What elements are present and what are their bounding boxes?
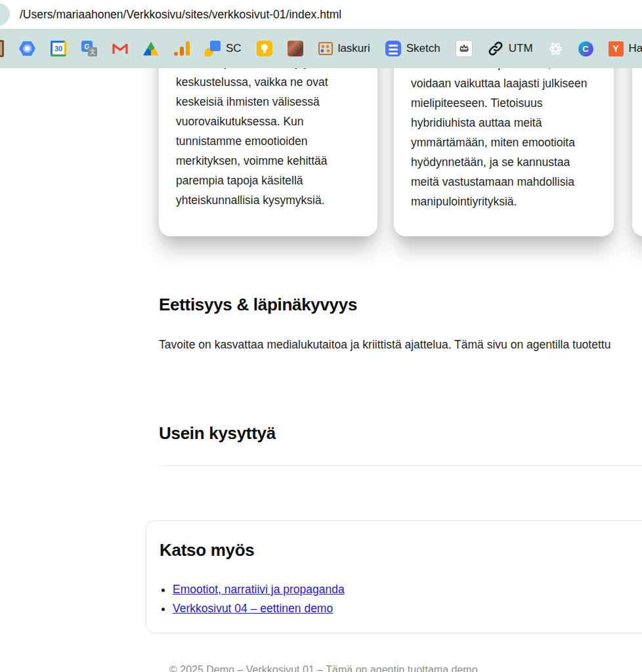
card-text-line: meitä vastustamaan mahdollisia (411, 172, 597, 192)
card-text-line: hybridiuhista auttaa meitä (411, 113, 597, 133)
chain-link-icon (488, 41, 503, 56)
card-text-line: manipulointiyrityksiä. (411, 192, 597, 211)
title-bar: /Users/mariaahonen/Verkkosivu/sites/verk… (0, 0, 642, 29)
gmail-icon (112, 43, 128, 54)
bookmark-item-google-cloud[interactable] (19, 41, 35, 56)
see-also-item: Emootiot, narratiivi ja propaganda (173, 580, 345, 599)
abacus-icon (318, 42, 333, 55)
bookmark-item-picture-frame[interactable] (0, 40, 4, 57)
bookmark-item-Sketch[interactable]: Sketch (385, 41, 440, 56)
card-text-line: parempia tapoja käsitellä (176, 171, 360, 190)
canva-icon: C (578, 41, 593, 56)
google-cloud-icon (19, 41, 35, 56)
bookmark-item-Ha[interactable]: YHa (609, 41, 642, 56)
card-text-line: hyödynnetään, ja se kannustaa (411, 152, 597, 172)
notes-icon (385, 41, 401, 56)
card-text-line: keskustelussa, vaikka ne ovat (176, 72, 360, 92)
bookmark-item-canva[interactable]: C (578, 41, 593, 56)
google-keep-icon (257, 41, 272, 56)
faq-heading: Usein kysyttyä (159, 423, 276, 444)
search-console-icon (205, 41, 221, 56)
faq-divider (159, 465, 642, 466)
card-text-line: ymmärtämään, miten emootioita (411, 133, 597, 152)
bookmark-item-photo-favicon[interactable] (288, 41, 303, 56)
see-also-card: Katso myös Emootiot, narratiivi ja propa… (146, 520, 642, 633)
bookmark-item-gmail[interactable] (112, 43, 128, 54)
tab-circle[interactable] (0, 3, 10, 26)
bookmark-item-SC[interactable]: SC (205, 41, 242, 56)
see-also-heading: Katso myös (160, 540, 254, 560)
ethics-heading: Eettisyys & läpinäkyvyys (159, 295, 357, 315)
bookmark-item-google-drive[interactable] (143, 42, 159, 56)
bookmark-item-openai[interactable] (548, 41, 563, 56)
photo-favicon-icon (288, 41, 303, 56)
google-analytics-icon (174, 41, 190, 56)
bookmark-label: laskuri (338, 42, 370, 55)
see-also-list: Emootiot, narratiivi ja propagandaVerkko… (173, 580, 345, 618)
browser-chrome: /Users/mariaahonen/Verkkosivu/sites/verk… (0, 0, 642, 68)
bookmark-item-google-translate[interactable]: G文 (81, 41, 97, 56)
bookmark-label: SC (226, 42, 242, 55)
card-text-line: merkityksen, voimme kehittää (176, 151, 360, 171)
google-calendar-icon: 30 (51, 41, 66, 56)
card-text-line: vuorovaikutuksessa. Kun (176, 112, 360, 131)
card-text-line: yhteiskunnallisia kysymyksiä. (176, 190, 360, 210)
browser-window: Emootiot jäävät usein syrjäänkeskustelus… (0, 0, 642, 672)
see-also-link[interactable]: Verkkosivut 04 – eettinen demo (173, 602, 333, 615)
card-text-line: mielipiteeseen. Tietoisuus (411, 93, 597, 113)
picture-frame-icon (0, 40, 4, 57)
url-field[interactable]: /Users/mariaahonen/Verkkosivu/sites/verk… (20, 0, 341, 29)
footer-text: © 2025 Demo – Verkkosivut 01 – Tämä on a… (169, 664, 478, 672)
crown-icon (456, 40, 473, 57)
card-text-line: keskeisiä ihmisten välisessä (176, 92, 360, 112)
bookmark-item-google-keep[interactable] (257, 41, 272, 56)
bookmark-item-laskuri[interactable]: laskuri (318, 42, 370, 55)
bookmarks-bar: 30G文SClaskuriSketchUTMCYHa (0, 29, 642, 68)
google-translate-icon: G文 (81, 41, 97, 56)
google-drive-icon (143, 42, 159, 56)
card-text-line: tunnistamme emootioiden (176, 131, 360, 151)
see-also-link[interactable]: Emootiot, narratiivi ja propaganda (173, 583, 345, 596)
bookmark-label: UTM (509, 42, 533, 55)
see-also-item: Verkkosivut 04 – eettinen demo (173, 599, 345, 618)
ethics-paragraph: Tavoite on kasvattaa medialukutaitoa ja … (159, 337, 610, 352)
card-text-line: voidaan vaikuttaa laajasti julkiseen (411, 74, 597, 93)
bookmark-item-UTM[interactable]: UTM (488, 41, 533, 56)
bookmark-label: Ha (629, 42, 642, 55)
bookmark-item-crown[interactable] (456, 40, 473, 57)
openai-icon (548, 41, 563, 56)
ycombinator-icon: Y (609, 41, 624, 56)
bookmark-label: Sketch (406, 42, 440, 55)
bookmark-item-google-analytics[interactable] (174, 41, 190, 56)
bookmark-item-google-calendar[interactable]: 30 (51, 41, 66, 56)
